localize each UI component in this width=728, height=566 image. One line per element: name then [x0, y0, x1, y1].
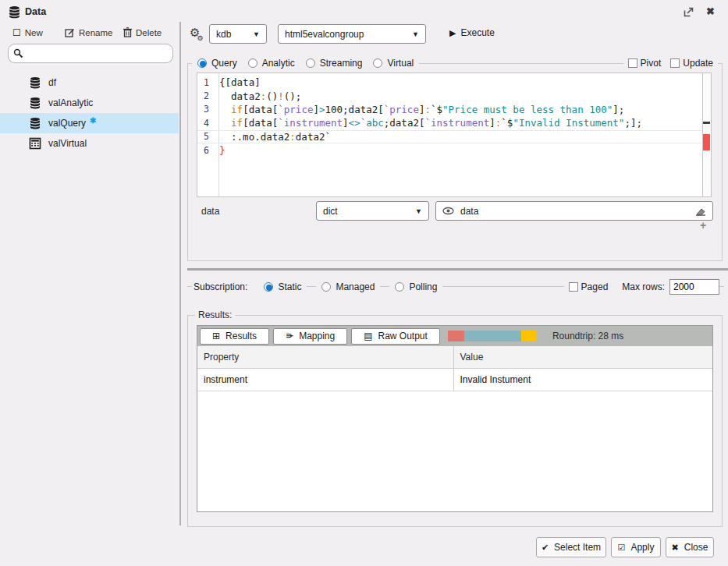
pivot-checkbox-item[interactable]: Pivot: [623, 58, 666, 69]
annotation-ruler[interactable]: [702, 73, 711, 196]
query-mode-radios: QueryAnalyticStreamingVirtual: [192, 58, 419, 69]
roundtrip-segment: [464, 331, 521, 341]
database-icon: [8, 5, 21, 19]
eye-icon[interactable]: [442, 207, 454, 215]
select-item-label: Select Item: [554, 542, 601, 553]
update-checkbox-item[interactable]: Update: [666, 58, 718, 69]
max-rows-label: Max rows:: [613, 281, 669, 292]
check-icon: ✔: [542, 543, 549, 553]
max-rows-input[interactable]: [669, 279, 719, 295]
column-header-value[interactable]: Value: [453, 346, 712, 368]
new-label: New: [25, 28, 43, 37]
radio-label: Static: [278, 281, 301, 292]
database-icon: [29, 76, 41, 89]
close-label: Close: [684, 542, 708, 553]
paged-checkbox-item[interactable]: Paged: [564, 281, 613, 292]
radio-mode-streaming[interactable]: Streaming: [300, 58, 368, 69]
radio-subscription-static[interactable]: Static: [258, 281, 307, 292]
query-mode-row: QueryAnalyticStreamingVirtual Pivot Upda…: [192, 55, 718, 71]
list-item-valquery[interactable]: valQuery✱: [0, 113, 179, 133]
connection-group-dropdown[interactable]: html5evalcongroup ▼: [278, 24, 426, 44]
code-text: }: [214, 144, 226, 156]
new-button[interactable]: ☐ New: [12, 27, 43, 38]
select-item-button[interactable]: ✔ Select Item: [536, 537, 606, 557]
line-number: 4: [197, 118, 214, 129]
parameter-name-label: data: [201, 206, 219, 217]
close-window-icon[interactable]: ✖: [706, 5, 715, 17]
list-item-valvirtual[interactable]: valVirtual: [0, 133, 179, 154]
code-editor[interactable]: 1{[data]2 data2:()!();3 if[data[`price]>…: [197, 73, 712, 197]
radio-circle: [264, 282, 273, 292]
code-line-1[interactable]: 1{[data]: [197, 76, 701, 89]
update-checkbox[interactable]: [670, 58, 680, 68]
radio-subscription-managed[interactable]: Managed: [316, 281, 380, 292]
tab-results[interactable]: ⊞ Results: [200, 328, 269, 345]
code-text: :.mo.data2:data2`: [214, 131, 331, 143]
pivot-checkbox[interactable]: [628, 58, 637, 68]
roundtrip-segment: [521, 331, 536, 341]
radio-circle: [306, 58, 315, 68]
tab-label: Raw Output: [378, 331, 428, 341]
subscription-label: Subscription:: [192, 281, 258, 292]
radio-mode-analytic[interactable]: Analytic: [243, 58, 300, 69]
search-box[interactable]: [8, 44, 173, 63]
tab-mapping[interactable]: ⋔ Mapping: [273, 328, 347, 345]
code-text: if[data[`instrument]<>`abc;data2[`instru…: [214, 117, 642, 129]
parameter-type-value: dict: [323, 206, 338, 217]
paged-label: Paged: [581, 281, 609, 292]
page-title: Data: [25, 6, 46, 17]
panel-splitter-vertical[interactable]: [179, 22, 181, 525]
results-legend: Results:: [195, 310, 235, 320]
code-lines: 1{[data]2 data2:()!();3 if[data[`price]>…: [197, 76, 701, 157]
expand-icon[interactable]: [684, 7, 694, 17]
search-input[interactable]: [23, 48, 168, 59]
play-icon: ▶: [449, 28, 456, 38]
pivot-label: Pivot: [641, 58, 662, 69]
results-table: Property Value instrument Invalid Instum…: [197, 346, 712, 391]
database-icon: [29, 97, 41, 109]
parameter-value-text: data: [460, 206, 689, 217]
radio-circle: [373, 58, 382, 68]
tab-raw-output[interactable]: ▤ Raw Output: [351, 328, 440, 345]
rename-button[interactable]: Rename: [65, 27, 112, 37]
tab-label: Mapping: [299, 331, 335, 341]
grid-icon: ⊞: [212, 331, 220, 341]
server-dropdown[interactable]: kdb ▼: [209, 24, 267, 44]
table-row[interactable]: instrument Invalid Instument: [197, 368, 712, 391]
delete-button[interactable]: Delete: [123, 27, 162, 37]
line-number: 1: [197, 77, 214, 88]
server-dropdown-value: kdb: [216, 29, 231, 40]
parameter-value-field[interactable]: data: [435, 201, 713, 221]
list-item-df[interactable]: df: [0, 73, 179, 93]
radio-label: Query: [211, 58, 237, 69]
subscription-row: Subscription: StaticManagedPolling Paged…: [192, 278, 719, 295]
update-label: Update: [683, 58, 713, 69]
paged-checkbox[interactable]: [569, 282, 578, 292]
code-line-5[interactable]: 5 :.mo.data2:data2`: [197, 130, 701, 143]
mapping-icon: ⋔: [284, 332, 295, 340]
close-button[interactable]: ✖ Close: [666, 537, 714, 557]
radio-subscription-polling[interactable]: Polling: [389, 281, 442, 292]
eraser-icon[interactable]: [695, 207, 706, 216]
execute-button[interactable]: ▶ Execute: [449, 27, 495, 38]
settings-gears-icon[interactable]: ⚙⚙: [190, 26, 207, 40]
code-text: data2:()!();: [214, 90, 301, 102]
radio-mode-virtual[interactable]: Virtual: [368, 58, 419, 69]
cell-property: instrument: [197, 368, 453, 391]
parameter-type-dropdown[interactable]: dict ▼: [316, 201, 429, 221]
radio-label: Polling: [409, 281, 437, 292]
add-parameter-button[interactable]: +: [700, 219, 706, 232]
chevron-down-icon: ▼: [412, 30, 419, 38]
code-line-2[interactable]: 2 data2:()!();: [197, 89, 701, 102]
column-header-property[interactable]: Property: [197, 346, 453, 368]
code-line-4[interactable]: 4 if[data[`instrument]<>`abc;data2[`inst…: [197, 116, 701, 129]
radio-mode-query[interactable]: Query: [192, 58, 243, 69]
item-list: df valAnalytic v: [0, 73, 179, 154]
list-item-valanalytic[interactable]: valAnalytic: [0, 93, 179, 113]
panel-splitter-horizontal[interactable]: [187, 268, 728, 271]
apply-button[interactable]: ☑ Apply: [611, 537, 661, 557]
code-line-6[interactable]: 6}: [197, 143, 701, 157]
chevron-down-icon: ▼: [415, 207, 422, 215]
code-line-3[interactable]: 3 if[data[`price]>100;data2[`price]:`$"P…: [197, 103, 701, 116]
modified-star-icon: ✱: [90, 116, 96, 125]
